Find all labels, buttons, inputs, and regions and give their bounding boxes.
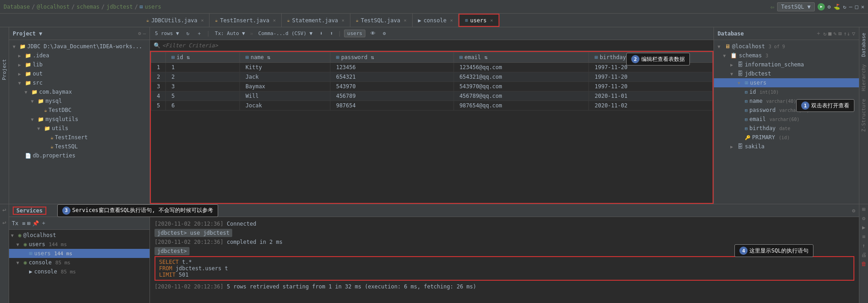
cell-email[interactable]: 543970@qq.com [454,82,589,91]
table-row[interactable]: 2 2 Jack 654321 654321@qq.com 1997-11-20 [151,72,713,82]
db-export[interactable]: ↑↓ [843,30,850,37]
db-sakila[interactable]: ▶ 🗄 sakila [714,142,859,151]
settings-btn[interactable]: ⚙ [380,30,388,37]
tab-console-close[interactable]: ✕ [450,18,453,23]
debug-icon[interactable]: ⛳ [833,4,840,10]
cell-name[interactable]: Jocak [240,101,330,111]
vtab-structure[interactable]: Z-Structure [860,95,868,136]
tab-users-close[interactable]: ✕ [490,18,493,23]
minimize-icon[interactable]: — [849,4,852,10]
tab-statement[interactable]: ☕ Statement.java ✕ [282,14,350,27]
tab-users[interactable]: ⊞ users ✕ [459,14,499,27]
br-icon3[interactable]: ▶ [862,224,865,231]
br-icon2[interactable]: ⚙ [862,215,865,222]
db-users-table[interactable]: ▼ ⊞ users [714,78,859,87]
db-layout[interactable]: ⊞ [838,30,842,37]
tab-testsql-close[interactable]: ✕ [404,18,407,23]
tab-testinsert-close[interactable]: ✕ [273,18,276,23]
close-icon[interactable]: ✕ [861,4,864,10]
table-row[interactable]: 4 5 Will 456789 456789@qq.com 2020-11-01 [151,91,713,101]
svc-console-group[interactable]: ▼ ◉ console 85 ms [9,258,150,267]
cell-password[interactable]: 543970 [330,82,454,91]
cell-id[interactable]: 2 [166,72,240,82]
bc-users[interactable]: users [145,4,161,10]
db-col-primary[interactable]: 🔑 PRIMARY (id) [714,133,859,142]
br-icon5[interactable]: ↑ [862,242,865,249]
tree-mysql[interactable]: ▼ 📁 mysql [9,96,150,106]
br-icon6[interactable]: 🖨 [861,252,867,258]
upload-btn[interactable]: ⬆ [328,30,335,37]
col-header-id[interactable]: ⊞id ⇅ [166,52,240,63]
undo-btn[interactable]: ↩ [2,206,6,213]
cell-id[interactable]: 3 [166,82,240,91]
update-icon[interactable]: ↻ [843,4,846,10]
cell-birthday[interactable]: 1997-11-20 [589,72,713,82]
br-icon7[interactable]: 🗑 [861,261,867,267]
col-header-name[interactable]: ⊞name ⇅ [240,52,330,63]
db-filter[interactable]: ▽ [852,30,855,37]
db-refresh[interactable]: ↻ [823,30,826,37]
svc-icon-tx[interactable]: Tx [12,220,18,227]
table-row[interactable]: 3 3 Baymax 543970 543970@qq.com 1997-11-… [151,82,713,91]
col-header-password[interactable]: ⊞password ⇅ [330,52,454,63]
db-add[interactable]: ＋ [816,30,821,37]
vtab-database[interactable]: Database [860,29,868,61]
bc-schemas[interactable]: schemas [77,4,100,10]
svc-console-item[interactable]: ▶ console 85 ms [9,267,150,276]
tree-testinsert[interactable]: ▶ ☕ TestInsert [9,133,150,142]
view-btn[interactable]: 👁 [368,30,378,37]
run-button[interactable] [818,3,825,10]
bc-localhost[interactable]: @localhost [37,4,70,10]
tab-jdbcutils-close[interactable]: ✕ [201,18,204,23]
db-info-schema[interactable]: ▶ 🗄 information_schema [714,60,859,69]
svc-users-group[interactable]: ▼ ◉ users 144 ms [9,240,150,249]
svc-icon-list[interactable]: ≡ [22,220,25,227]
tab-statement-close[interactable]: ✕ [342,18,344,23]
cell-name[interactable]: Baymax [240,82,330,91]
tab-console[interactable]: ▶ console ✕ [413,14,459,27]
rows-selector[interactable]: 5 rows ▼ [153,30,181,37]
tree-out[interactable]: ▶ 📁 out [9,69,150,78]
sidebar-icon-gear[interactable]: ⚙ [138,30,141,36]
col-header-email[interactable]: ⊞email ⇅ [454,52,589,63]
cell-name[interactable]: Kitty [240,63,330,72]
bc-jdbctest[interactable]: jdbctest [106,4,133,10]
cell-email[interactable]: 456789@qq.com [454,91,589,101]
db-localhost[interactable]: ▼ 🖥 @localhost 3 of 9 [714,42,859,51]
sidebar-icon-minimize[interactable]: — [143,30,146,36]
tab-testinsert[interactable]: ☕ TestInsert.java ✕ [210,14,281,27]
svc-icon-add[interactable]: ＋ [41,219,46,227]
svc-icon-pin[interactable]: 📌 [32,220,39,227]
cell-password[interactable]: 456789 [330,91,454,101]
tree-mysqlutils[interactable]: ▼ 📁 mysqlutils [9,115,150,124]
download-btn[interactable]: ⬇ [318,30,325,37]
export-selector[interactable]: Comma-...d (CSV) ▼ [256,30,314,37]
cell-id[interactable]: 5 [166,91,240,101]
db-stop[interactable]: ■ [828,30,832,37]
filter-criteria[interactable]: <Filter Criteria> [162,42,218,49]
tree-baymax[interactable]: ▼ 📁 com.baymax [9,87,150,96]
tx-selector[interactable]: Tx: Auto ▼ [213,30,247,37]
vtab-hierarchy[interactable]: Hierarchy [860,61,868,95]
tree-lib[interactable]: ▶ 📁 lib [9,60,150,69]
table-row[interactable]: 5 6 Jocak 987654 987654@qq.com 2020-11-0… [151,101,713,111]
tree-dbprops[interactable]: ▶ 📄 db.properties [9,151,150,160]
refresh-btn[interactable]: ↻ [184,30,192,37]
redo-btn[interactable]: ↩ [2,219,6,226]
svc-localhost[interactable]: ▼ ◉ @localhost [9,231,150,240]
tree-utils[interactable]: ▼ 📁 utils [9,124,150,133]
testsql-label[interactable]: TestSQL ▼ [777,2,815,11]
tree-testsql[interactable]: ▶ ☕ TestSQL [9,142,150,151]
cell-password[interactable]: 123456 [330,63,454,72]
cell-id[interactable]: 6 [166,101,240,111]
cell-name[interactable]: Will [240,91,330,101]
cell-password[interactable]: 987654 [330,101,454,111]
cell-email[interactable]: 123456@qq.com [454,63,589,72]
db-col-birthday[interactable]: ⊞ birthday date [714,124,859,133]
db-edit[interactable]: ✎ [833,30,837,37]
br-icon4[interactable]: ≡ [862,233,865,240]
maximize-icon[interactable]: □ [855,4,858,10]
add-row-btn[interactable]: ＋ [195,29,204,38]
cell-email[interactable]: 987654@qq.com [454,101,589,111]
db-col-id[interactable]: ⊞ id int(10) [714,87,859,96]
